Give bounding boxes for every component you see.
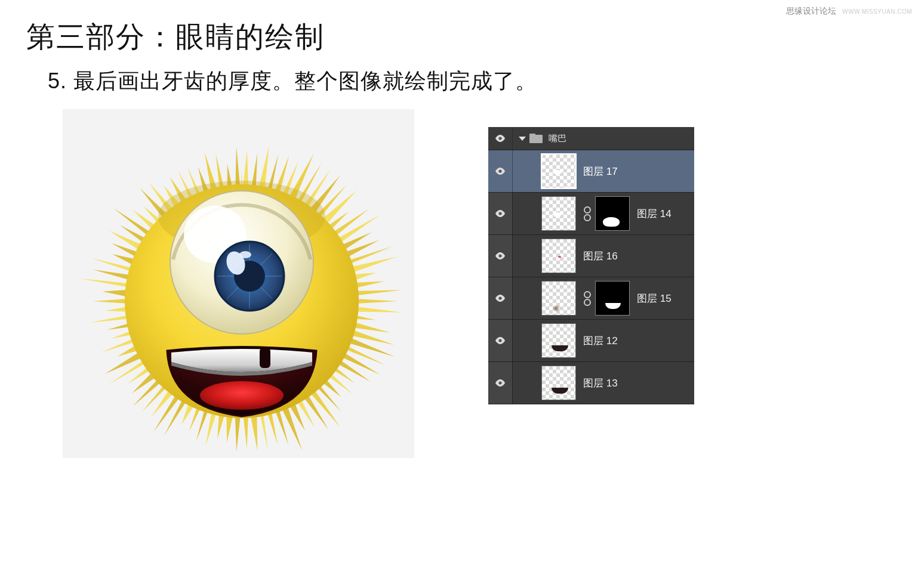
svg-point-21 <box>498 381 501 384</box>
layer-row[interactable]: 图层 15 <box>488 277 694 320</box>
svg-point-18 <box>498 254 501 257</box>
visibility-toggle[interactable] <box>488 362 513 404</box>
layers-panel: 嘴巴 图层 17图层 14图层 16图层 15图层 12图层 13 <box>488 127 694 404</box>
result-illustration <box>63 109 414 458</box>
visibility-toggle[interactable] <box>488 127 513 150</box>
eye-icon <box>495 168 506 175</box>
eye-icon <box>495 337 506 344</box>
eye-icon <box>495 252 506 259</box>
watermark-url: WWW.MISSYUAN.COM <box>842 8 912 15</box>
visibility-toggle[interactable] <box>488 320 513 361</box>
layer-label: 图层 15 <box>637 292 672 305</box>
eye-icon <box>495 295 506 302</box>
layer-thumbnail[interactable] <box>541 154 576 188</box>
svg-point-19 <box>498 296 501 299</box>
layer-thumbnail[interactable] <box>541 239 576 273</box>
layer-link-icon[interactable] <box>583 206 592 221</box>
eye-icon <box>495 379 506 386</box>
layer-label: 图层 16 <box>583 249 618 263</box>
folder-icon <box>529 134 543 143</box>
step-instruction: 5. 最后画出牙齿的厚度。整个图像就绘制完成了。 <box>48 67 537 96</box>
svg-point-20 <box>498 339 501 342</box>
visibility-toggle[interactable] <box>488 150 513 192</box>
svg-point-12 <box>239 251 251 258</box>
layer-thumbnail[interactable] <box>541 281 576 316</box>
layer-label: 图层 14 <box>637 207 672 221</box>
visibility-toggle[interactable] <box>488 235 513 277</box>
watermark: 思缘设计论坛 WWW.MISSYUAN.COM <box>786 6 912 17</box>
eye-icon <box>495 210 506 217</box>
layer-group-name: 嘴巴 <box>549 133 566 144</box>
layer-row[interactable]: 图层 12 <box>488 320 694 362</box>
visibility-toggle[interactable] <box>488 277 513 319</box>
svg-point-14 <box>200 381 284 410</box>
visibility-toggle[interactable] <box>488 193 513 234</box>
layer-mask-thumbnail[interactable] <box>595 281 630 316</box>
section-title: 第三部分：眼睛的绘制 <box>26 18 325 56</box>
watermark-main: 思缘设计论坛 <box>786 6 836 16</box>
svg-point-17 <box>498 212 501 215</box>
layer-row[interactable]: 图层 14 <box>488 193 694 235</box>
eye-icon <box>495 135 506 142</box>
layer-row[interactable]: 图层 17 <box>488 150 694 193</box>
layer-link-icon[interactable] <box>583 291 592 306</box>
layer-thumbnail[interactable] <box>541 323 576 358</box>
layer-thumbnail[interactable] <box>541 366 576 400</box>
collapse-arrow-icon[interactable] <box>519 137 526 141</box>
layer-row[interactable]: 图层 16 <box>488 235 694 277</box>
layer-label: 图层 13 <box>583 376 618 390</box>
svg-point-16 <box>498 169 501 172</box>
layer-label: 图层 12 <box>583 334 618 348</box>
layer-row[interactable]: 图层 13 <box>488 362 694 404</box>
layer-mask-thumbnail[interactable] <box>595 196 630 231</box>
layer-thumbnail[interactable] <box>541 196 576 231</box>
layer-group-header[interactable]: 嘴巴 <box>488 127 694 150</box>
svg-rect-13 <box>260 348 270 368</box>
svg-point-15 <box>498 137 501 140</box>
layer-label: 图层 17 <box>583 165 618 178</box>
